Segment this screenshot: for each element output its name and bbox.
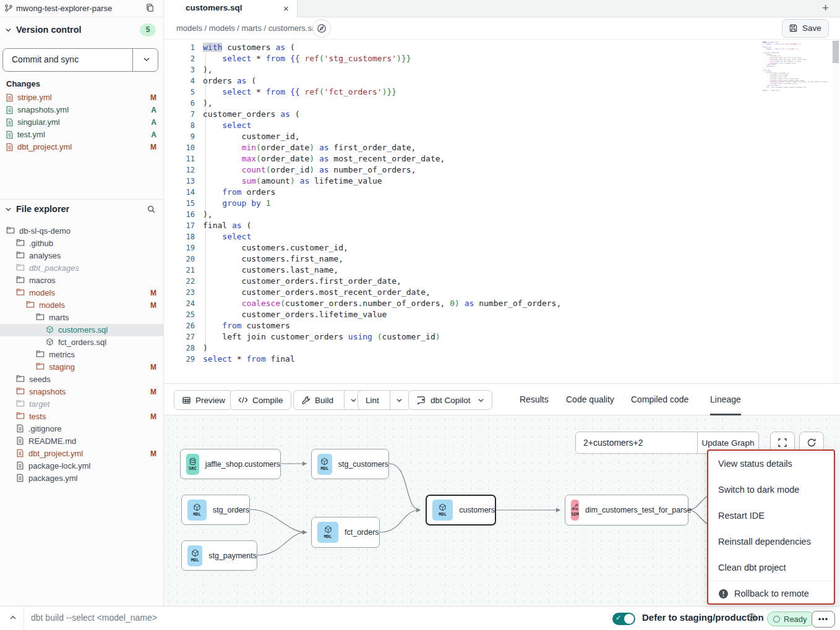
search-icon[interactable] <box>147 205 156 214</box>
new-tab-button[interactable]: + <box>822 1 829 15</box>
tab-customers-sql[interactable]: customers.sql × <box>164 0 298 17</box>
folder-icon <box>16 375 25 383</box>
chevron-up-icon[interactable] <box>9 613 17 622</box>
version-control-title: Version control <box>16 25 82 35</box>
tab-lineage[interactable]: Lineage <box>710 384 741 415</box>
tree-item-dbt_project.yml[interactable]: dbt_project.ymlM <box>0 448 163 460</box>
more-options-button[interactable]: ••• <box>812 611 835 628</box>
commit-and-sync-button[interactable]: Commit and sync <box>2 48 158 72</box>
tree-item-.gitignore[interactable]: .gitignore <box>0 423 163 435</box>
code-line: customer_orders as ( <box>203 109 561 120</box>
lint-button[interactable]: Lint <box>358 390 411 410</box>
tree-item-snapshots[interactable]: snapshotsM <box>0 386 163 398</box>
lint-dropdown-chevron[interactable] <box>390 391 403 409</box>
change-row-test.yml[interactable]: test.ymlA <box>0 129 163 141</box>
lineage-node-stg_customers[interactable]: MDLstg_customers <box>311 449 389 479</box>
file-explorer-header[interactable]: File explorer <box>0 203 163 218</box>
minimap[interactable]: with customers as ( select * from {{ ref… <box>763 42 820 92</box>
tab-results[interactable]: Results <box>520 384 549 415</box>
change-row-snapshots.yml[interactable]: snapshots.ymlA <box>0 104 163 116</box>
tree-item-metrics[interactable]: metrics <box>0 349 163 361</box>
lineage-node-stg_payments[interactable]: MDLstg_payments <box>181 540 257 571</box>
tree-item-analyses[interactable]: analyses <box>0 250 163 262</box>
file-tree: db-sl-qs-demo.githubanalysesdbt_packages… <box>0 225 163 485</box>
tree-item-README.md[interactable]: README.md <box>0 435 163 448</box>
scrollbar-thumb[interactable] <box>833 41 839 63</box>
sem-badge: SEM <box>571 500 579 521</box>
code-line: select * from {{ ref('fct_orders')}} <box>203 87 561 98</box>
menu-item-clean-dbt-project[interactable]: Clean dbt project <box>708 555 834 581</box>
save-button[interactable]: Save <box>782 19 829 38</box>
tree-item-packages.yml[interactable]: packages.yml <box>0 472 163 485</box>
build-button[interactable]: Build <box>293 390 365 410</box>
explore-compass-button[interactable] <box>312 19 331 38</box>
defer-toggle[interactable]: ✓ <box>612 613 635 625</box>
menu-item-reinstall-dependencies[interactable]: Reinstall dependencies <box>708 529 834 555</box>
change-row-singular.yml[interactable]: singular.ymlA <box>0 116 163 129</box>
modified-badge: M <box>150 299 156 312</box>
tree-item-customers.sql[interactable]: customers.sql <box>0 324 163 336</box>
tab-code-quality[interactable]: Code quality <box>566 384 614 415</box>
tree-item-tests[interactable]: testsM <box>0 411 163 423</box>
node-label: customers <box>459 506 495 514</box>
tree-item-target[interactable]: target <box>0 398 163 411</box>
dbt-copilot-button[interactable]: dbt Copilot <box>408 390 492 410</box>
sidebar: mwong-test-explorer-parse Version contro… <box>0 0 164 606</box>
close-icon[interactable]: × <box>283 3 289 14</box>
tree-item-marts[interactable]: marts <box>0 312 163 324</box>
version-control-header[interactable]: Version control 5 <box>0 23 163 38</box>
lineage-node-fct_orders[interactable]: MDLfct_orders <box>311 517 380 548</box>
tree-item-label: models <box>29 288 55 297</box>
preview-button[interactable]: Preview <box>174 390 233 410</box>
node-label: dim_customers_test_for_parse <box>585 506 692 514</box>
help-icon[interactable] <box>747 613 756 622</box>
tree-item-models[interactable]: modelsM <box>0 287 163 299</box>
tab-compiled-code[interactable]: Compiled code <box>631 384 688 415</box>
menu-item-view-status-details[interactable]: View status details <box>708 451 834 477</box>
copilot-dropdown-chevron[interactable] <box>478 397 484 404</box>
toggle-knob <box>624 614 634 624</box>
lineage-node-jaffle_shop_customers[interactable]: SRCjaffle_shop.customers <box>180 449 281 479</box>
lineage-selector-input[interactable] <box>575 432 698 454</box>
lineage-node-stg_orders[interactable]: MDLstg_orders <box>181 495 250 525</box>
change-row-stripe.yml[interactable]: stripe.ymlM <box>0 92 163 104</box>
tree-item-staging[interactable]: stagingM <box>0 361 163 373</box>
menu-item-rollback-to-remote[interactable]: Rollback to remote <box>708 581 834 606</box>
tree-item-dbt_packages[interactable]: dbt_packages <box>0 262 163 275</box>
menu-item-restart-ide[interactable]: Restart IDE <box>708 503 834 529</box>
chevron-down-icon[interactable] <box>143 56 150 63</box>
preview-label: Preview <box>195 396 225 405</box>
tree-item-package-lock.yml[interactable]: package-lock.yml <box>0 460 163 472</box>
menu-item-label: Rollback to remote <box>734 581 809 607</box>
compile-button[interactable]: Compile <box>230 390 291 410</box>
folder-icon <box>36 350 45 359</box>
menu-item-switch-to-dark-mode[interactable]: Switch to dark mode <box>708 477 834 503</box>
change-row-dbt_project.yml[interactable]: dbt_project.ymlM <box>0 141 163 153</box>
file-icon <box>16 474 24 482</box>
tree-item-fct_orders.sql[interactable]: fct_orders.sql <box>0 336 163 349</box>
node-label: stg_payments <box>208 551 257 560</box>
editor-scrollbar[interactable] <box>832 40 839 383</box>
tree-item-macros[interactable]: macros <box>0 275 163 287</box>
lineage-panel[interactable]: SRCjaffle_shop.customersMDLstg_customers… <box>164 415 840 606</box>
file-icon <box>6 106 14 114</box>
lineage-node-customers[interactable]: MDLcustomers <box>426 495 496 526</box>
code-line: ), <box>203 64 561 75</box>
tree-item-models[interactable]: modelsM <box>0 299 163 312</box>
command-input[interactable]: dbt build --select <model_name> <box>31 613 157 623</box>
copy-icon[interactable] <box>145 3 155 12</box>
tree-item-seeds[interactable]: seeds <box>0 373 163 386</box>
code-line: sum(amount) as lifetime_value <box>203 176 561 187</box>
node-label: fct_orders <box>345 528 379 537</box>
change-status: M <box>150 141 156 153</box>
code-editor[interactable]: 1234567891011121314151617181920212223242… <box>164 40 840 383</box>
mdl-badge: MDL <box>187 500 207 521</box>
tree-item-db-sl-qs-demo[interactable]: db-sl-qs-demo <box>0 225 163 237</box>
breadcrumb-row: models / models / marts / customers.sql … <box>164 17 840 40</box>
modified-badge: M <box>150 386 156 398</box>
code-lines[interactable]: with customers as ( select * from {{ ref… <box>203 42 561 365</box>
tree-item-label: dbt_project.yml <box>28 449 83 458</box>
build-dropdown-chevron[interactable] <box>344 391 357 409</box>
lineage-node-dim_customers_test_for_parse[interactable]: SEMdim_customers_test_for_parse <box>565 495 688 526</box>
tree-item-.github[interactable]: .github <box>0 237 163 250</box>
